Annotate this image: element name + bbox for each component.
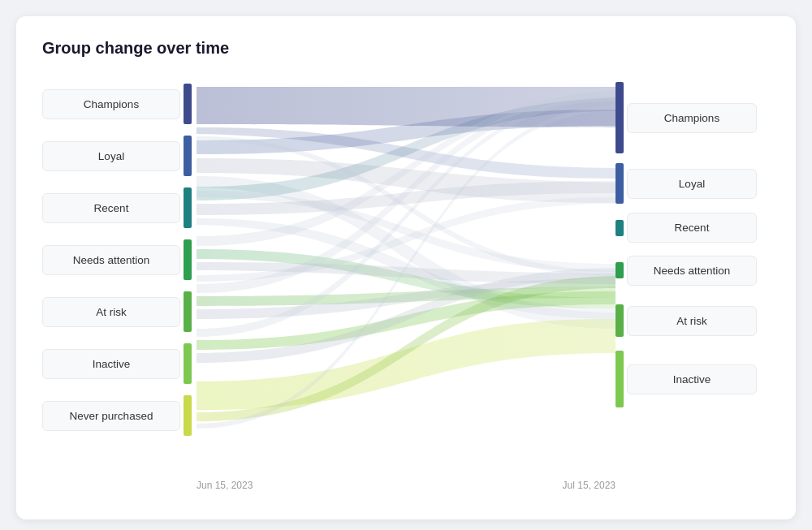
right-label-at-risk: At risk [615,299,770,343]
left-label-recent: Recent [42,186,197,230]
left-label-loyal: Loyal [42,134,197,178]
right-label-champions: Champions [615,82,770,153]
right-date-label: Jul 15, 2023 [563,480,615,491]
right-label-inactive: Inactive [615,351,770,407]
right-labels: Champions Loyal Recent Needs attention [615,77,770,412]
sankey-flow [197,77,615,475]
chart-title: Group change over time [42,39,770,58]
right-label-recent: Recent [615,213,770,242]
left-label-inactive: Inactive [42,342,197,386]
left-date-label: Jun 15, 2023 [197,480,253,491]
chart-card: Group change over time Champions Loyal R… [16,16,796,519]
right-label-loyal: Loyal [615,162,770,205]
left-label-needs-attention: Needs attention [42,238,197,282]
left-label-at-risk: At risk [42,290,197,334]
left-label-never-purchased: Never purchased [42,394,197,437]
right-label-needs-attention: Needs attention [615,250,770,291]
left-label-champions: Champions [42,82,197,126]
left-labels: Champions Loyal Recent Needs attention A… [42,77,197,442]
